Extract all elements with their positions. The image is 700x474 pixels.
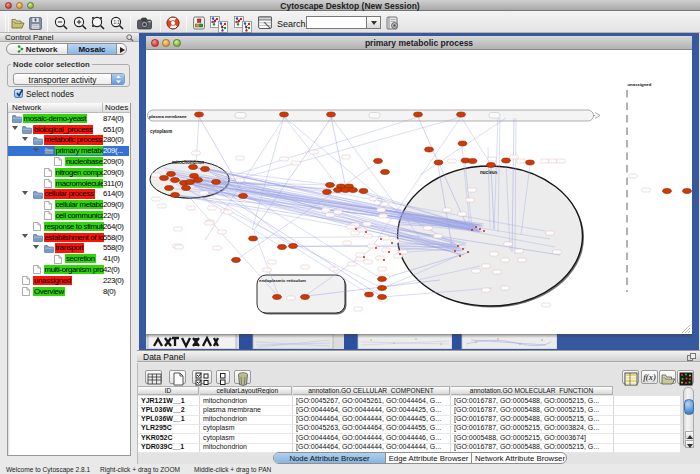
svg-text:endoplasmic reticulum: endoplasmic reticulum [259, 278, 306, 283]
svg-text:plasma membrane: plasma membrane [149, 114, 187, 119]
svg-text:1:1: 1:1 [113, 20, 120, 25]
svg-text:mitochondrion: mitochondrion [172, 160, 204, 165]
svg-text:cytoplasm: cytoplasm [150, 129, 172, 134]
svg-text:unassigned: unassigned [628, 82, 652, 87]
